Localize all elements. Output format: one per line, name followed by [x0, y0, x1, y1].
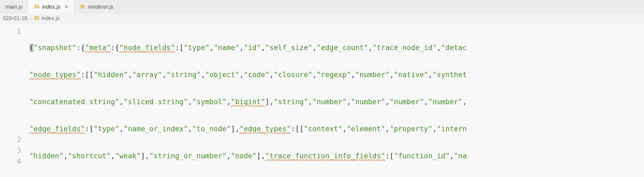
tab-label: renderer.js — [88, 4, 113, 10]
line-number — [0, 37, 29, 48]
code-line[interactable]: "edge_fields":["type","name_or_index","t… — [29, 123, 644, 134]
close-icon[interactable]: × — [65, 3, 68, 10]
breadcrumb-file: index.js — [41, 15, 60, 21]
js-icon: JS — [79, 4, 85, 10]
js-icon: JS — [34, 15, 39, 21]
line-number — [0, 58, 29, 69]
code-line[interactable]: {"snapshot":{"meta":{"node_fields":["typ… — [29, 42, 644, 53]
line-number: 3 — [0, 145, 29, 156]
tab-renderer-js[interactable]: JS renderer.js — [74, 0, 119, 14]
line-number — [0, 113, 29, 123]
line-number — [0, 69, 29, 80]
line-number: 2 — [0, 134, 29, 145]
chevron-right-icon: › — [29, 15, 31, 21]
tab-index-js[interactable]: JS index.js × — [28, 0, 74, 14]
breadcrumb-folder: 020-01-18 — [3, 15, 27, 21]
line-number — [0, 48, 29, 58]
line-number: 1 — [0, 26, 29, 37]
code-content[interactable]: {"snapshot":{"meta":{"node_fields":["typ… — [29, 23, 644, 177]
breadcrumb[interactable]: 020-01-18 › JS index.js — [0, 14, 644, 23]
tab-label: index.js — [42, 4, 60, 10]
js-icon: JS — [34, 4, 39, 10]
tab-bar: main.js JS index.js × JS renderer.js — [0, 0, 644, 14]
code-line[interactable]: "hidden","shortcut","weak"],"string_or_n… — [29, 150, 644, 161]
line-number-gutter: 1 2 3 4 — [0, 23, 29, 177]
code-line[interactable]: "concatenated string","sliced string","s… — [29, 96, 644, 107]
line-number — [0, 123, 29, 134]
tab-main-js[interactable]: main.js — [0, 0, 28, 14]
code-editor[interactable]: 1 2 3 4 {"snapshot":{"meta":{"node_field… — [0, 23, 644, 177]
line-number — [0, 91, 29, 102]
line-number — [0, 102, 29, 113]
tab-label: main.js — [5, 4, 22, 10]
line-number: 4 — [0, 156, 29, 167]
code-line[interactable]: "node_types":[["hidden","array","string"… — [29, 69, 644, 80]
line-number — [0, 80, 29, 91]
